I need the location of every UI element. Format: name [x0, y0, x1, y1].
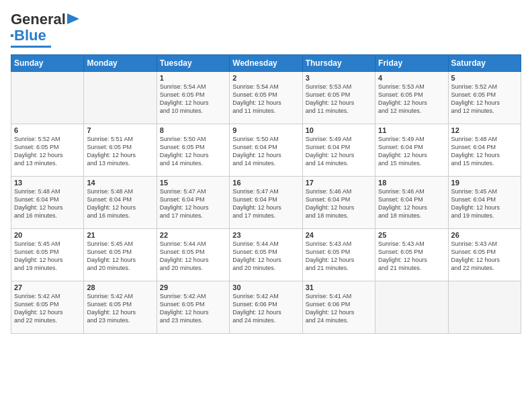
weekday-header: Saturday [448, 55, 521, 72]
day-number: 9 [232, 126, 299, 134]
header: General Blue [11, 11, 521, 48]
calendar-cell: 5Sunrise: 5:52 AM Sunset: 6:05 PM Daylig… [448, 72, 521, 124]
day-info: Sunrise: 5:46 AM Sunset: 6:04 PM Dayligh… [378, 187, 445, 220]
day-number: 11 [378, 126, 445, 134]
day-number: 31 [306, 283, 372, 291]
day-info: Sunrise: 5:47 AM Sunset: 6:04 PM Dayligh… [160, 187, 226, 220]
day-info: Sunrise: 5:47 AM Sunset: 6:04 PM Dayligh… [232, 187, 299, 220]
calendar-cell [448, 281, 521, 334]
day-info: Sunrise: 5:42 AM Sunset: 6:05 PM Dayligh… [87, 292, 153, 325]
calendar-cell [84, 72, 157, 124]
day-number: 4 [378, 74, 445, 82]
calendar-cell: 21Sunrise: 5:45 AM Sunset: 6:05 PM Dayli… [84, 229, 157, 281]
logo: General Blue [11, 11, 79, 48]
calendar-week-row: 27Sunrise: 5:42 AM Sunset: 6:05 PM Dayli… [11, 281, 521, 334]
day-info: Sunrise: 5:54 AM Sunset: 6:05 PM Dayligh… [160, 83, 226, 116]
day-number: 6 [14, 126, 81, 134]
day-info: Sunrise: 5:52 AM Sunset: 6:05 PM Dayligh… [451, 83, 518, 116]
calendar-week-row: 1Sunrise: 5:54 AM Sunset: 6:05 PM Daylig… [11, 72, 521, 124]
calendar-cell: 1Sunrise: 5:54 AM Sunset: 6:05 PM Daylig… [157, 72, 229, 124]
weekday-header: Friday [375, 55, 448, 72]
calendar-cell: 24Sunrise: 5:43 AM Sunset: 6:05 PM Dayli… [302, 229, 375, 281]
day-info: Sunrise: 5:46 AM Sunset: 6:04 PM Dayligh… [306, 187, 372, 220]
day-number: 16 [232, 179, 299, 187]
day-number: 12 [451, 126, 518, 134]
calendar-cell: 23Sunrise: 5:44 AM Sunset: 6:05 PM Dayli… [230, 229, 302, 281]
day-info: Sunrise: 5:49 AM Sunset: 6:04 PM Dayligh… [378, 135, 445, 168]
day-info: Sunrise: 5:50 AM Sunset: 6:04 PM Dayligh… [232, 135, 299, 168]
logo-dot [11, 34, 13, 37]
calendar-cell: 31Sunrise: 5:41 AM Sunset: 6:06 PM Dayli… [302, 281, 375, 334]
day-number: 20 [14, 231, 81, 239]
calendar-cell: 13Sunrise: 5:48 AM Sunset: 6:04 PM Dayli… [11, 177, 84, 229]
weekday-header: Thursday [302, 55, 375, 72]
calendar-cell: 15Sunrise: 5:47 AM Sunset: 6:04 PM Dayli… [157, 177, 229, 229]
day-info: Sunrise: 5:41 AM Sunset: 6:06 PM Dayligh… [306, 292, 372, 325]
day-number: 21 [87, 231, 153, 239]
day-number: 28 [87, 283, 153, 291]
day-number: 24 [306, 231, 372, 239]
calendar-cell: 20Sunrise: 5:45 AM Sunset: 6:05 PM Dayli… [11, 229, 84, 281]
day-info: Sunrise: 5:44 AM Sunset: 6:05 PM Dayligh… [160, 240, 226, 273]
calendar-cell: 8Sunrise: 5:50 AM Sunset: 6:05 PM Daylig… [157, 124, 229, 177]
calendar-cell: 30Sunrise: 5:42 AM Sunset: 6:06 PM Dayli… [230, 281, 302, 334]
day-number: 17 [306, 179, 372, 187]
day-number: 26 [451, 231, 518, 239]
day-number: 29 [160, 283, 226, 291]
calendar-week-row: 6Sunrise: 5:52 AM Sunset: 6:05 PM Daylig… [11, 124, 521, 177]
day-info: Sunrise: 5:49 AM Sunset: 6:04 PM Dayligh… [306, 135, 372, 168]
calendar-week-row: 20Sunrise: 5:45 AM Sunset: 6:05 PM Dayli… [11, 229, 521, 281]
day-number: 7 [87, 126, 153, 134]
day-number: 19 [451, 179, 518, 187]
day-info: Sunrise: 5:43 AM Sunset: 6:05 PM Dayligh… [451, 240, 518, 273]
calendar-week-row: 13Sunrise: 5:48 AM Sunset: 6:04 PM Dayli… [11, 177, 521, 229]
day-number: 3 [306, 74, 372, 82]
day-number: 5 [451, 74, 518, 82]
logo-blue: Blue [14, 27, 46, 44]
day-info: Sunrise: 5:42 AM Sunset: 6:06 PM Dayligh… [232, 292, 299, 325]
calendar-cell [11, 72, 84, 124]
day-info: Sunrise: 5:54 AM Sunset: 6:05 PM Dayligh… [232, 83, 299, 116]
calendar-page: General Blue SundayMondayTuesdayWednesda… [0, 0, 532, 411]
calendar-cell: 12Sunrise: 5:48 AM Sunset: 6:04 PM Dayli… [448, 124, 521, 177]
day-info: Sunrise: 5:52 AM Sunset: 6:05 PM Dayligh… [14, 135, 81, 168]
calendar-cell: 2Sunrise: 5:54 AM Sunset: 6:05 PM Daylig… [230, 72, 302, 124]
logo-underline [11, 46, 51, 48]
day-info: Sunrise: 5:44 AM Sunset: 6:05 PM Dayligh… [232, 240, 299, 273]
calendar-cell [375, 281, 448, 334]
calendar-cell: 11Sunrise: 5:49 AM Sunset: 6:04 PM Dayli… [375, 124, 448, 177]
calendar-cell: 18Sunrise: 5:46 AM Sunset: 6:04 PM Dayli… [375, 177, 448, 229]
svg-marker-0 [67, 13, 79, 24]
day-info: Sunrise: 5:42 AM Sunset: 6:05 PM Dayligh… [160, 292, 226, 325]
day-number: 8 [160, 126, 226, 134]
header-row: SundayMondayTuesdayWednesdayThursdayFrid… [11, 55, 521, 72]
day-number: 14 [87, 179, 153, 187]
day-info: Sunrise: 5:53 AM Sunset: 6:05 PM Dayligh… [378, 83, 445, 116]
day-info: Sunrise: 5:43 AM Sunset: 6:05 PM Dayligh… [306, 240, 372, 273]
day-info: Sunrise: 5:50 AM Sunset: 6:05 PM Dayligh… [160, 135, 226, 168]
calendar-cell: 27Sunrise: 5:42 AM Sunset: 6:05 PM Dayli… [11, 281, 84, 334]
day-info: Sunrise: 5:48 AM Sunset: 6:04 PM Dayligh… [451, 135, 518, 168]
calendar-cell: 14Sunrise: 5:48 AM Sunset: 6:04 PM Dayli… [84, 177, 157, 229]
day-info: Sunrise: 5:48 AM Sunset: 6:04 PM Dayligh… [14, 187, 81, 220]
calendar-table: SundayMondayTuesdayWednesdayThursdayFrid… [11, 54, 521, 334]
day-number: 18 [378, 179, 445, 187]
day-number: 13 [14, 179, 81, 187]
calendar-cell: 10Sunrise: 5:49 AM Sunset: 6:04 PM Dayli… [302, 124, 375, 177]
day-info: Sunrise: 5:53 AM Sunset: 6:05 PM Dayligh… [306, 83, 372, 116]
logo-general: General [11, 11, 66, 28]
day-number: 27 [14, 283, 81, 291]
day-number: 1 [160, 74, 226, 82]
day-info: Sunrise: 5:43 AM Sunset: 6:05 PM Dayligh… [378, 240, 445, 273]
day-number: 25 [378, 231, 445, 239]
day-info: Sunrise: 5:51 AM Sunset: 6:05 PM Dayligh… [87, 135, 153, 168]
day-number: 30 [232, 283, 299, 291]
weekday-header: Sunday [11, 55, 84, 72]
day-info: Sunrise: 5:45 AM Sunset: 6:05 PM Dayligh… [14, 240, 81, 273]
day-info: Sunrise: 5:45 AM Sunset: 6:04 PM Dayligh… [451, 187, 518, 220]
calendar-cell: 22Sunrise: 5:44 AM Sunset: 6:05 PM Dayli… [157, 229, 229, 281]
calendar-cell: 6Sunrise: 5:52 AM Sunset: 6:05 PM Daylig… [11, 124, 84, 177]
calendar-cell: 7Sunrise: 5:51 AM Sunset: 6:05 PM Daylig… [84, 124, 157, 177]
weekday-header: Monday [84, 55, 157, 72]
calendar-cell: 9Sunrise: 5:50 AM Sunset: 6:04 PM Daylig… [230, 124, 302, 177]
